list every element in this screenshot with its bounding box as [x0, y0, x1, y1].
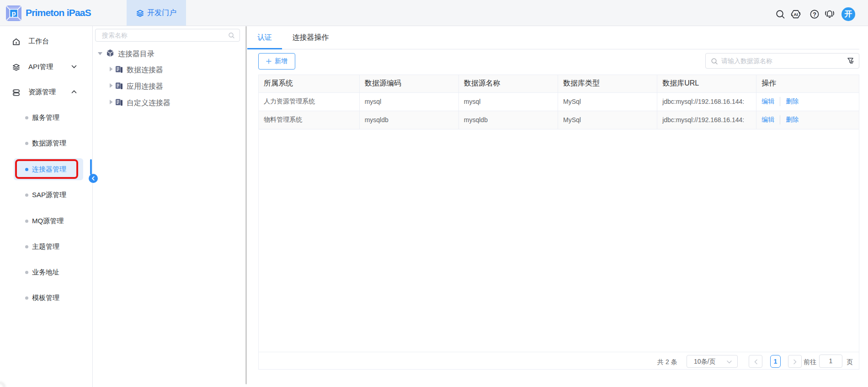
svg-text:p: p — [12, 9, 16, 17]
svg-text:AI: AI — [793, 12, 798, 17]
svg-text:?: ? — [813, 11, 816, 18]
